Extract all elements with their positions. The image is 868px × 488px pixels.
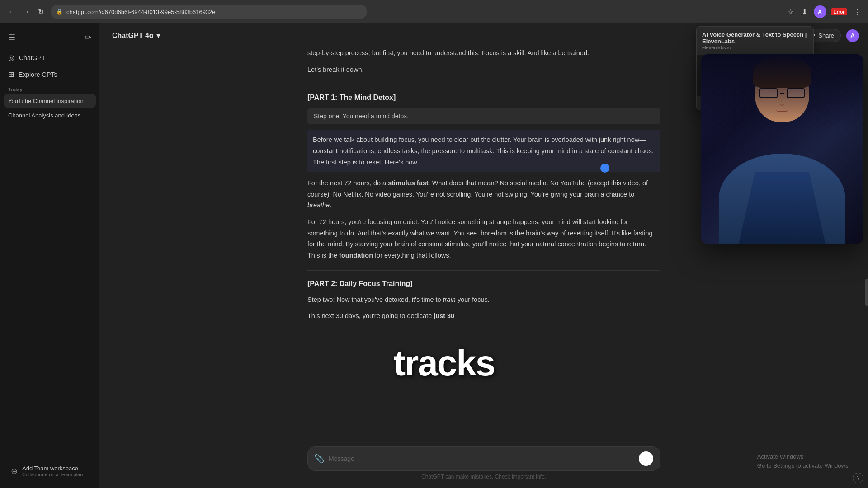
question-mark-icon[interactable]: ? — [853, 473, 863, 483]
para4: This next 30 days, you're going to dedic… — [307, 310, 660, 322]
error-badge: Error — [831, 8, 847, 15]
sidebar-chat-item-youtube[interactable]: YouTube Channel Inspiration ··· — [4, 94, 96, 108]
chat-item-label-youtube: YouTube Channel Inspiration — [8, 98, 84, 104]
browser-toolbar: ← → ↻ 🔒 chatgpt.com/c/670d6b6f-6944-8013… — [0, 0, 868, 23]
message-intro: step-by-step process, but first, you nee… — [307, 47, 660, 75]
part2-header: [PART 2: Daily Focus Training] — [307, 280, 660, 288]
blue-dot-indicator — [600, 164, 609, 173]
menu-icon[interactable]: ⋮ — [852, 6, 863, 18]
para2: For the next 72 hours, do a stimulus fas… — [307, 178, 660, 211]
popup-header: AI Voice Generator & Text to Speech | El… — [697, 27, 813, 55]
stimulus-bold: stimulus fast — [388, 179, 428, 187]
chatgpt-logo-icon: ◎ — [8, 53, 14, 62]
model-selector[interactable]: ChatGPT 4o ▾ — [108, 29, 164, 42]
back-icon: ← — [8, 8, 15, 16]
sidebar-top: ☰ ✏ — [4, 27, 96, 48]
activate-windows-title: Activate Windows — [757, 452, 850, 461]
add-team-label: Add Team workspace — [22, 465, 83, 472]
send-icon: ↓ — [644, 455, 648, 463]
chat-item-label-channel: Channel Analysis and Ideas — [8, 112, 80, 119]
chat-input-box: 📎 ↓ — [307, 446, 660, 471]
toolbar-right: ☆ ⬇ A Error ⋮ — [785, 5, 863, 18]
part1-header-label: [PART 1: The Mind Detox] — [307, 94, 396, 101]
add-team-plus-icon: ⊕ — [11, 466, 18, 476]
reload-button[interactable]: ↻ — [34, 5, 47, 18]
intro-text: step-by-step process, but first, you nee… — [307, 47, 660, 75]
part1-block: [PART 1: The Mind Detox] Step one: You n… — [307, 94, 660, 261]
sidebar-toggle-button[interactable]: ☰ — [6, 31, 17, 44]
step1-highlight-box: Step one: You need a mind detox. — [307, 108, 660, 124]
model-name: ChatGPT 4o — [112, 32, 154, 40]
scrollbar-thumb[interactable] — [865, 279, 868, 306]
scrollbar-track[interactable] — [864, 23, 868, 488]
person-body — [701, 154, 863, 244]
windows-watermark: Activate Windows Go to Settings to activ… — [757, 452, 850, 470]
add-team-button[interactable]: ⊕ Add Team workspace Collaborate on a Te… — [6, 461, 93, 481]
sidebar-chatgpt-label: ChatGPT — [19, 54, 45, 61]
breathe-italic: breathe — [307, 202, 330, 209]
share-label: Share — [818, 32, 834, 39]
bookmark-icon[interactable]: ☆ — [785, 6, 795, 18]
dropdown-icon: ▾ — [156, 31, 160, 40]
intro-para: step-by-step process, but first, you nee… — [307, 47, 660, 59]
message-input[interactable] — [329, 455, 634, 462]
reload-icon: ↻ — [38, 8, 44, 16]
add-team-text: Add Team workspace Collaborate on a Team… — [22, 465, 83, 477]
video-overlay — [701, 54, 863, 244]
download-icon[interactable]: ⬇ — [800, 6, 809, 18]
para3: For 72 hours, you're focusing on quiet. … — [307, 216, 660, 261]
sidebar-item-chatgpt[interactable]: ◎ ChatGPT — [4, 50, 96, 66]
face-head — [755, 63, 809, 122]
explore-icon: ⊞ — [8, 70, 14, 79]
step1-text: Step one: You need a mind detox. — [314, 113, 409, 120]
watermark-text: tracks — [394, 343, 495, 384]
person-face — [746, 63, 818, 154]
popup-domain: elevenlabs.io — [702, 45, 808, 50]
send-button[interactable]: ↓ — [639, 451, 653, 466]
forward-button[interactable]: → — [20, 5, 33, 18]
new-chat-button[interactable]: ✏ — [83, 31, 93, 44]
sidebar-item-explore[interactable]: ⊞ Explore GPTs — [4, 66, 96, 82]
foundation-bold: foundation — [339, 252, 373, 259]
header-avatar[interactable]: A — [846, 29, 859, 42]
part2-texts: Step two: Now that you've detoxed, it's … — [307, 294, 660, 322]
sidebar-chat-item-channel[interactable]: Channel Analysis and Ideas ··· — [4, 108, 96, 122]
url-text: chatgpt.com/c/670d6b6f-6944-8013-99e5-58… — [66, 9, 216, 15]
part1-header: [PART 1: The Mind Detox] — [307, 94, 660, 102]
back-button[interactable]: ← — [5, 5, 18, 18]
user-avatar[interactable]: A — [814, 5, 826, 18]
popup-title: AI Voice Generator & Text to Speech | El… — [702, 31, 808, 45]
attach-icon[interactable]: 📎 — [314, 454, 324, 464]
sidebar-explore-label: Explore GPTs — [19, 71, 57, 78]
disclaimer-text: ChatGPT can make mistakes. Check importa… — [307, 471, 660, 483]
just30-bold: just 30 — [434, 312, 454, 319]
part1-para1: Before we talk about building focus, you… — [313, 136, 654, 165]
forward-icon: → — [23, 8, 30, 16]
add-team-sub: Collaborate on a Team plan — [22, 472, 83, 477]
chat-input-area: 📎 ↓ ChatGPT can make mistakes. Check imp… — [99, 441, 868, 488]
train-italic: train — [443, 296, 456, 303]
video-person — [701, 54, 863, 244]
address-bar[interactable]: 🔒 chatgpt.com/c/670d6b6f-6944-8013-99e5-… — [51, 5, 367, 19]
today-section-label: Today — [4, 83, 96, 94]
sidebar: ☰ ✏ ◎ ChatGPT ⊞ Explore GPTs Today YouTu… — [0, 23, 99, 488]
part1-para1-box: Before we talk about building focus, you… — [307, 130, 660, 261]
section-divider-1 — [307, 84, 660, 84]
step2-text: Step two: Now that you've detoxed, it's … — [307, 294, 660, 305]
break-line: Let's break it down. — [307, 64, 660, 75]
activate-windows-sub: Go to Settings to activate Windows. — [757, 461, 850, 470]
sidebar-bottom: ⊕ Add Team workspace Collaborate on a Te… — [4, 458, 96, 484]
part2-block: [PART 2: Daily Focus Training] Step two:… — [307, 280, 660, 322]
nav-buttons: ← → ↻ — [5, 5, 47, 18]
section-divider-2 — [307, 270, 660, 271]
lock-icon: 🔒 — [56, 9, 63, 15]
face-hair — [753, 56, 811, 88]
